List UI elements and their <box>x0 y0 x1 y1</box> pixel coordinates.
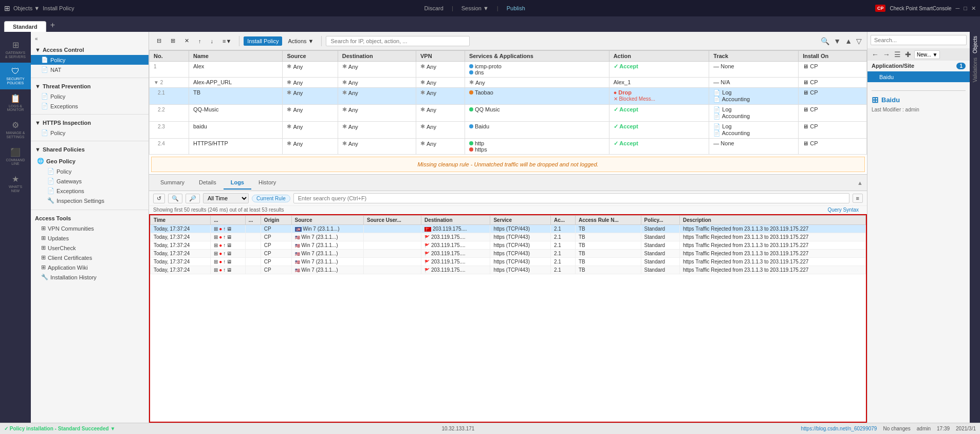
log-row[interactable]: Today, 17:37:24 ⊞●↑🖥 CP 🇺🇸 Win 7 (23.1.1… <box>151 233 866 241</box>
search-icon-btn[interactable]: 🔍 <box>820 36 830 46</box>
client-certs-icon: ⊞ <box>41 254 46 261</box>
nav-item-client-certs[interactable]: ⊞ Client Certificates <box>31 253 149 262</box>
log-cell-flags2 <box>245 225 261 233</box>
tab-history[interactable]: History <box>251 176 283 190</box>
actions-button[interactable]: Actions ▼ <box>284 36 317 46</box>
close-button[interactable]: ✕ <box>971 5 976 12</box>
right-panel-forward-button[interactable]: → <box>882 49 891 60</box>
log-row[interactable]: Today, 17:37:24 ⊞●↑🖥 CP 🇺🇸 Win 7 (23.1.1… <box>151 225 866 233</box>
table-row[interactable]: 2.4 HTTPS/HTTP ✱ Any ✱ Any ✱ Any http ht… <box>150 139 867 155</box>
nav-item-app-wiki[interactable]: ⊞ Application Wiki <box>31 262 149 272</box>
shared-policies-header[interactable]: ▼ Shared Policies <box>31 144 149 155</box>
nav-down-btn[interactable]: ▼ <box>833 36 842 46</box>
query-syntax-link[interactable]: Query Syntax <box>827 207 863 213</box>
sidebar-item-manage[interactable]: ⚙ MANAGE &SETTINGS <box>0 116 31 143</box>
objects-button[interactable]: Objects ▼ <box>13 5 40 11</box>
log-cell-description: https Traffic Rejected from 23.1.1.3 to … <box>679 225 865 233</box>
right-sidebar-objects[interactable]: Objects <box>971 34 979 55</box>
cell-destination: ✱ Any <box>338 62 416 78</box>
cell-name: baidu <box>189 122 282 139</box>
tab-summary[interactable]: Summary <box>153 176 192 190</box>
right-panel-new-button[interactable]: ✚ <box>904 49 912 60</box>
policy-status[interactable]: ✓ Policy installation - Standard Succeed… <box>4 426 115 431</box>
right-panel-item-baidu[interactable]: ⊞ Baidu <box>867 71 970 82</box>
tab-details[interactable]: Details <box>192 176 224 190</box>
logs-col-origin: Origin <box>261 216 291 225</box>
table-row[interactable]: 2.2 QQ-Music ✱ Any ✱ Any ✱ Any QQ Music … <box>150 105 867 122</box>
discard-button[interactable]: Discard <box>424 5 443 11</box>
nav-item-vpn[interactable]: ⊞ VPN Communities <box>31 223 149 233</box>
logs-refresh-button[interactable]: ↺ <box>153 194 165 203</box>
cell-action: ● Drop ✕ Blocked Mess... <box>609 88 709 105</box>
log-cell-service: https (TCP/443) <box>490 258 551 266</box>
sidebar-item-cmd[interactable]: ⬛ COMMANDLINE <box>0 143 31 170</box>
https-header[interactable]: ▼ HTTPS Inspection <box>31 118 149 128</box>
sidebar-item-logs[interactable]: 📋 LOGS &MONITOR <box>0 89 31 116</box>
nav-item-inspection-settings[interactable]: 🔧 Inspection Settings <box>31 196 149 205</box>
nav-collapse-button[interactable]: « <box>31 34 149 44</box>
sidebar-item-security[interactable]: 🛡 SECURITYPOLICIES <box>0 63 31 89</box>
logs-col-ac: Ac... <box>550 216 575 225</box>
nav-item-geo-policy[interactable]: 📄 Policy <box>31 166 149 176</box>
logs-search-input[interactable] <box>293 193 849 203</box>
nav-item-gateways[interactable]: 📄 Gateways <box>31 176 149 186</box>
sidebar-item-whats-new[interactable]: ★ WHAT'SNEW <box>0 170 31 197</box>
table-row[interactable]: ▼ 2 Alex-APP_URL ✱ Any ✱ Any ✱ Any ✱ Any… <box>150 78 867 88</box>
right-panel-search-input[interactable] <box>871 35 967 45</box>
right-panel-list-button[interactable]: ☰ <box>893 49 902 60</box>
log-row[interactable]: Today, 17:37:24 ⊞●↑🖥 CP 🇺🇸 Win 7 (23.1.1… <box>151 258 866 266</box>
logs-rule-chip[interactable]: Current Rule <box>252 195 290 202</box>
add-tab-button[interactable]: + <box>46 18 59 32</box>
tab-standard[interactable]: Standard <box>4 21 46 32</box>
table-row[interactable]: 1 Alex ✱ Any ✱ Any ✱ Any icmp-proto dns … <box>150 62 867 78</box>
divider-1 <box>31 78 149 78</box>
log-row[interactable]: Today, 17:37:24 ⊞●↑🖥 CP 🇺🇸 Win 7 (23.1.1… <box>151 250 866 258</box>
install-policy-button[interactable]: Install Policy <box>43 5 74 11</box>
nav-item-nat[interactable]: 📄 NAT <box>31 65 149 74</box>
nav-item-https-policy[interactable]: 📄 Policy <box>31 128 149 138</box>
tab-logs[interactable]: Logs <box>224 176 251 190</box>
minimize-button[interactable]: ─ <box>956 5 960 11</box>
cell-name: HTTPS/HTTP <box>189 139 282 155</box>
maximize-button[interactable]: □ <box>964 5 967 11</box>
nav-item-usercheck[interactable]: ⊞ UserCheck <box>31 243 149 253</box>
nav-item-exceptions[interactable]: 📄 Exceptions <box>31 186 149 196</box>
filter-btn[interactable]: ▽ <box>855 36 863 46</box>
publish-button[interactable]: Publish <box>507 5 525 11</box>
sidebar-item-gateways[interactable]: ⊞ GATEWAYS& SERVERS <box>0 36 31 63</box>
windows-icon[interactable]: ⊞ <box>4 4 10 12</box>
nav-item-tp-exceptions[interactable]: 📄 Exceptions <box>31 101 149 111</box>
log-row[interactable]: Today, 17:37:24 ⊞●↑🖥 CP 🇺🇸 Win 7 (23.1.1… <box>151 266 866 274</box>
toolbar-btn-grid2[interactable]: ⊞ <box>167 36 179 46</box>
logs-expand-button[interactable]: 🔍 <box>168 194 182 203</box>
nav-item-updates[interactable]: ⊞ Updates <box>31 233 149 243</box>
col-vpn: VPN <box>416 51 465 62</box>
toolbar-btn-up[interactable]: ↑ <box>195 36 205 46</box>
log-cell-source-user <box>364 258 421 266</box>
nav-item-policy[interactable]: 📄 Policy <box>31 55 149 65</box>
toolbar-btn-down[interactable]: ↓ <box>207 36 217 46</box>
nav-section-access-control-header[interactable]: ▼ Access Control <box>31 45 149 55</box>
nav-item-install-history[interactable]: 🔧 Installation History <box>31 272 149 282</box>
toolbar-btn-grid1[interactable]: ⊟ <box>153 36 165 46</box>
logs-search-button[interactable]: 🔎 <box>186 194 200 203</box>
right-panel-new-dropdown[interactable]: New... ▼ <box>914 50 940 59</box>
session-button[interactable]: Session ▼ <box>461 5 489 11</box>
threat-prevention-header[interactable]: ▼ Threat Prevention <box>31 81 149 91</box>
right-sidebar-validations[interactable]: Validations <box>971 55 979 84</box>
geo-policy-header[interactable]: 🌐 Geo Policy <box>31 156 149 166</box>
search-input[interactable] <box>326 36 470 46</box>
nav-up-btn[interactable]: ▲ <box>844 36 853 46</box>
logs-menu-button[interactable]: ≡ <box>853 194 863 203</box>
logs-time-select[interactable]: All Time Last Hour Today Last 7 Days <box>203 193 249 203</box>
right-panel-back-button[interactable]: ← <box>871 49 880 60</box>
log-row[interactable]: Today, 17:37:24 ⊞●↑🖥 CP 🇺🇸 Win 7 (23.1.1… <box>151 241 866 250</box>
logs-collapse-button[interactable]: ▲ <box>857 180 863 186</box>
log-cell-policy: Standard <box>641 233 679 241</box>
table-row[interactable]: 2.1 TB ✱ Any ✱ Any ✱ Any Taobao ● Drop ✕… <box>150 88 867 105</box>
nav-item-tp-policy[interactable]: 📄 Policy <box>31 91 149 101</box>
toolbar-btn-menu[interactable]: ≡▼ <box>219 36 235 46</box>
install-policy-toolbar-button[interactable]: Install Policy <box>244 36 282 46</box>
toolbar-btn-close[interactable]: ✕ <box>181 36 193 46</box>
table-row[interactable]: 2.3 baidu ✱ Any ✱ Any ✱ Any Baidu ✓ Acce… <box>150 122 867 139</box>
